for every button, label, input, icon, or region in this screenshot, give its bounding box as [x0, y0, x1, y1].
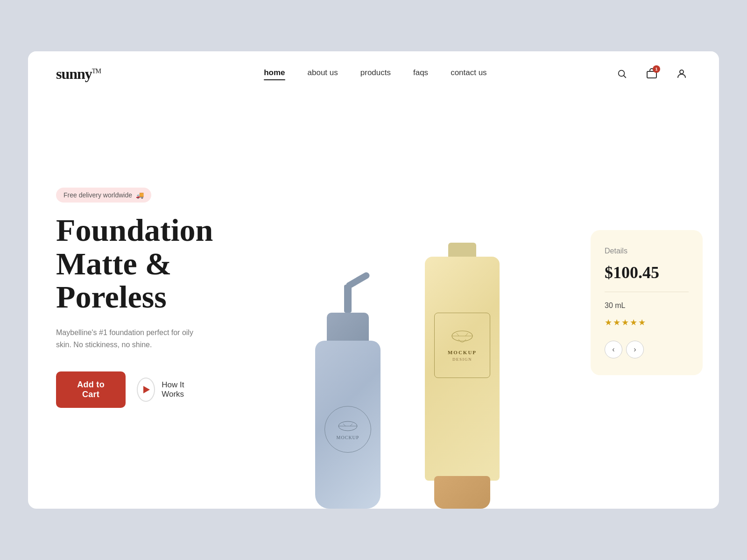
brand-name: sunny — [56, 65, 92, 82]
bottle-pump-base — [327, 313, 369, 341]
details-label: Details — [605, 247, 689, 255]
svg-point-0 — [619, 70, 625, 77]
details-divider — [605, 292, 689, 292]
tube-top — [448, 243, 476, 257]
bottle-pump-neck — [344, 285, 352, 313]
hero-title: Foundation Matte & Poreless — [56, 214, 196, 314]
star-1: ★ — [605, 317, 612, 328]
header-icons: 1 — [613, 64, 691, 83]
stars-row: ★ ★ ★ ★ ★ — [605, 317, 689, 328]
yellow-tube: MOCKUP DESIGN — [416, 238, 509, 509]
tube-body: MOCKUP DESIGN — [425, 257, 500, 481]
svg-line-6 — [343, 424, 345, 426]
details-volume: 30 mL — [605, 301, 689, 310]
center-panel: MOCKUP — [224, 96, 588, 509]
bottle-label: MOCKUP — [324, 406, 371, 453]
bottle-body: MOCKUP — [315, 341, 381, 509]
svg-line-7 — [350, 424, 352, 426]
cart-button[interactable]: 1 — [642, 64, 661, 83]
left-panel: Free delivery worldwide 🚚 Foundation Mat… — [28, 96, 224, 509]
cta-row: Add to Cart How It Works — [56, 371, 196, 408]
header: sunnyTM home about us products faqs cont… — [28, 51, 719, 96]
page-wrapper: sunnyTM home about us products faqs cont… — [28, 51, 719, 509]
account-button[interactable] — [672, 64, 691, 83]
logo: sunnyTM — [56, 65, 101, 83]
delivery-icon: 🚚 — [136, 191, 144, 199]
play-button[interactable] — [137, 378, 155, 402]
bottle-pump-head — [345, 271, 370, 290]
nav-arrows: ‹ › — [605, 341, 689, 358]
tube-label-design: DESIGN — [452, 357, 472, 362]
product-image-area: MOCKUP — [289, 191, 523, 509]
details-price: $100.45 — [605, 263, 689, 282]
prev-button[interactable]: ‹ — [605, 341, 622, 358]
delivery-badge: Free delivery worldwide 🚚 — [56, 188, 151, 203]
svg-line-11 — [465, 333, 468, 336]
bottle-label-text: MOCKUP — [337, 435, 359, 440]
main-nav: home about us products faqs contact us — [138, 68, 613, 79]
cart-badge: 1 — [653, 65, 660, 73]
svg-line-1 — [624, 76, 626, 77]
tube-label: MOCKUP DESIGN — [434, 313, 490, 378]
hero-title-line2: Matte & — [56, 246, 171, 281]
right-panel: Details $100.45 30 mL ★ ★ ★ ★ ★ ‹ › — [588, 96, 719, 509]
nav-item-about-us[interactable]: about us — [308, 68, 338, 79]
svg-line-10 — [457, 333, 459, 336]
star-5: ★ — [638, 317, 646, 328]
main-content: Free delivery worldwide 🚚 Foundation Mat… — [28, 96, 719, 509]
star-3: ★ — [621, 317, 629, 328]
nav-item-products[interactable]: products — [360, 68, 391, 79]
star-2: ★ — [613, 317, 620, 328]
next-button[interactable]: › — [626, 341, 644, 358]
hero-title-line1: Foundation — [56, 212, 213, 248]
search-button[interactable] — [613, 64, 631, 83]
details-card: Details $100.45 30 mL ★ ★ ★ ★ ★ ‹ › — [591, 230, 703, 375]
star-4: ★ — [630, 317, 637, 328]
nav-item-contact-us[interactable]: contact us — [451, 68, 487, 79]
tube-label-mockup: MOCKUP — [448, 350, 477, 355]
delivery-text: Free delivery worldwide — [63, 191, 132, 199]
how-it-works-button[interactable]: How It Works — [137, 378, 196, 402]
add-to-cart-button[interactable]: Add to Cart — [56, 371, 126, 408]
svg-point-3 — [680, 70, 684, 74]
nav-item-home[interactable]: home — [264, 68, 285, 79]
brand-trademark: TM — [92, 68, 101, 75]
tube-cap — [434, 476, 490, 509]
hero-title-line3: Poreless — [56, 279, 167, 315]
nav-item-faqs[interactable]: faqs — [413, 68, 428, 79]
hero-description: Maybelline's #1 foundation perfect for o… — [56, 327, 196, 350]
blue-bottle: MOCKUP — [308, 285, 388, 509]
play-icon — [143, 386, 150, 393]
how-it-works-label: How It Works — [162, 380, 196, 399]
